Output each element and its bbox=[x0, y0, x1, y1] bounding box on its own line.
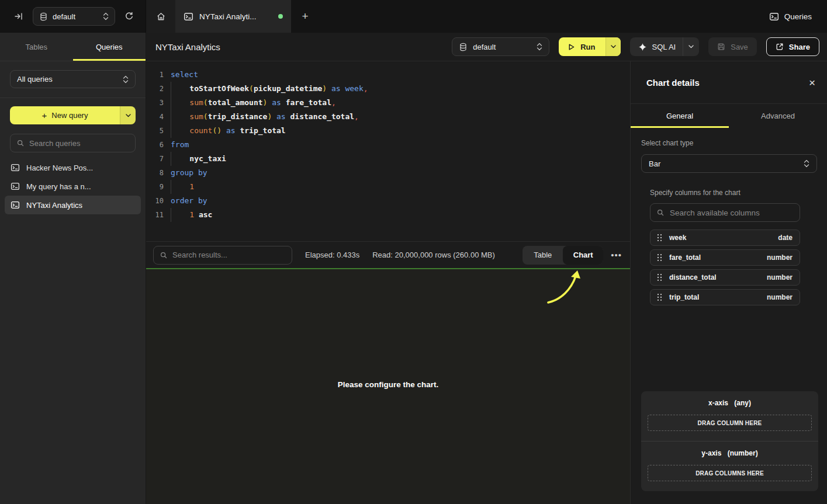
rows-read-stat: Read: 20,000,000 rows (260.00 MB) bbox=[372, 251, 495, 259]
query-item-label: My query has a n... bbox=[26, 182, 91, 191]
query-terminal-icon bbox=[184, 12, 193, 22]
code-line: from bbox=[171, 138, 630, 152]
code-line: toStartOfWeek(pickup_datetime) as week, bbox=[171, 82, 630, 96]
column-row[interactable]: fare_totalnumber bbox=[650, 249, 800, 266]
home-tab[interactable] bbox=[146, 0, 175, 33]
column-row[interactable]: weekdate bbox=[650, 230, 800, 246]
more-options-icon[interactable]: ••• bbox=[611, 250, 622, 260]
sql-ai-button[interactable]: SQL AI bbox=[630, 43, 683, 51]
columns-section-label: Specify columns for the chart bbox=[650, 189, 800, 197]
chevron-updown-icon bbox=[537, 43, 542, 51]
code-line: nyc_taxi bbox=[171, 152, 630, 166]
query-filter-section: All queries bbox=[0, 61, 146, 98]
query-filter-value: All queries bbox=[17, 75, 123, 84]
sql-ai-label: SQL AI bbox=[652, 43, 676, 51]
save-button[interactable]: Save bbox=[708, 37, 757, 56]
database-selector-value: default bbox=[53, 12, 98, 21]
y-axis-drop-zone[interactable]: DRAG COLUMNS HERE bbox=[648, 465, 812, 481]
x-axis-hint: (any) bbox=[734, 399, 751, 407]
tab-nytaxi-analytics[interactable]: NYTaxi Analyti... bbox=[175, 0, 291, 33]
query-terminal-icon bbox=[11, 182, 20, 191]
save-icon bbox=[717, 43, 725, 51]
y-axis-hint: (number) bbox=[728, 449, 758, 457]
chart-type-select[interactable]: Bar bbox=[641, 154, 817, 173]
database-selector[interactable]: default bbox=[33, 7, 115, 26]
sql-ai-dropdown[interactable] bbox=[683, 37, 699, 56]
queries-button[interactable]: Queries bbox=[769, 12, 812, 22]
chevron-updown-icon bbox=[804, 159, 809, 168]
query-terminal-icon bbox=[11, 200, 20, 210]
share-button[interactable]: Share bbox=[766, 37, 819, 56]
query-list-item[interactable]: NYTaxi Analytics bbox=[5, 196, 141, 214]
view-toggle-table[interactable]: Table bbox=[523, 246, 563, 265]
collapse-sidebar-icon[interactable] bbox=[11, 8, 27, 25]
run-button-label: Run bbox=[580, 43, 595, 51]
new-tab-button[interactable]: + bbox=[291, 0, 319, 33]
query-list-item[interactable]: Hacker News Pos... bbox=[5, 158, 141, 177]
plus-icon: + bbox=[42, 110, 47, 120]
top-bar-right: Queries bbox=[769, 0, 827, 33]
elapsed-time: Elapsed: 0.433s bbox=[305, 251, 359, 259]
columns-search-input[interactable]: Search available columns bbox=[650, 203, 800, 222]
sql-ai-button-group: SQL AI bbox=[630, 37, 700, 56]
close-icon[interactable]: × bbox=[809, 77, 815, 88]
tab-tables[interactable]: Tables bbox=[0, 33, 73, 61]
tab-general[interactable]: General bbox=[631, 104, 729, 128]
column-row[interactable]: distance_totalnumber bbox=[650, 269, 800, 286]
panel-title: Chart details bbox=[646, 78, 700, 88]
line-number-gutter: 1234567891011 bbox=[146, 68, 164, 241]
new-query-button[interactable]: + New query bbox=[10, 106, 136, 124]
sql-code: select toStartOfWeek(pickup_datetime) as… bbox=[164, 68, 630, 241]
code-line: select bbox=[171, 68, 630, 82]
column-row[interactable]: trip_totalnumber bbox=[650, 289, 800, 305]
query-terminal-icon bbox=[11, 163, 20, 172]
refresh-icon[interactable] bbox=[121, 8, 137, 25]
content-header: NYTaxi Analytics default Run bbox=[146, 33, 827, 61]
database-icon bbox=[39, 12, 48, 21]
drag-handle-icon bbox=[657, 273, 662, 281]
column-type: number bbox=[767, 253, 793, 262]
tab-queries[interactable]: Queries bbox=[73, 33, 146, 61]
tab-label: NYTaxi Analyti... bbox=[199, 12, 272, 21]
share-button-label: Share bbox=[789, 43, 810, 51]
columns-section: Specify columns for the chart Search ava… bbox=[631, 173, 800, 305]
code-line: group by bbox=[171, 166, 630, 180]
unsaved-changes-dot bbox=[278, 14, 283, 19]
sql-console-app: default NYTaxi Analyti... + bbox=[0, 0, 827, 504]
sidebar-tabs: Tables Queries bbox=[0, 33, 146, 61]
chart-area: Please configure the chart. bbox=[146, 269, 630, 504]
query-filter-select[interactable]: All queries bbox=[10, 70, 136, 88]
chart-type-section: Select chart type Bar bbox=[631, 128, 827, 173]
chart-type-value: Bar bbox=[649, 159, 804, 168]
share-icon bbox=[776, 43, 784, 51]
run-options-dropdown[interactable] bbox=[605, 37, 621, 56]
play-icon bbox=[568, 43, 575, 51]
new-query-section: + New query bbox=[0, 98, 146, 126]
search-icon bbox=[160, 251, 168, 259]
run-button-group: Run bbox=[559, 37, 620, 56]
view-toggle-chart[interactable]: Chart bbox=[563, 246, 603, 265]
column-name: week bbox=[669, 234, 686, 242]
column-name: distance_total bbox=[669, 273, 717, 281]
query-list-item[interactable]: My query has a n... bbox=[5, 177, 141, 196]
query-item-label: NYTaxi Analytics bbox=[26, 201, 82, 210]
chevron-updown-icon bbox=[103, 12, 109, 20]
panel-header: Chart details × bbox=[631, 61, 827, 104]
results-search-input[interactable]: Search results... bbox=[153, 246, 292, 265]
query-list: Hacker News Pos...My query has a n...NYT… bbox=[0, 158, 146, 214]
sql-editor[interactable]: 1234567891011 select toStartOfWeek(picku… bbox=[146, 61, 630, 241]
x-axis-section: x-axis (any) DRAG COLUMN HERE bbox=[641, 391, 818, 441]
new-query-main[interactable]: + New query bbox=[10, 106, 120, 124]
query-terminal-icon bbox=[769, 12, 779, 22]
x-axis-drop-zone[interactable]: DRAG COLUMN HERE bbox=[648, 415, 812, 431]
query-search-input[interactable]: Search queries bbox=[10, 134, 136, 152]
new-query-dropdown[interactable] bbox=[120, 106, 136, 124]
code-line: sum(trip_distance) as distance_total, bbox=[171, 110, 630, 124]
results-toolbar: Search results... Elapsed: 0.433s Read: … bbox=[146, 241, 630, 268]
y-axis-section: y-axis (number) DRAG COLUMNS HERE bbox=[641, 441, 818, 491]
column-type: date bbox=[778, 234, 793, 242]
header-database-value: default bbox=[473, 43, 531, 51]
header-database-selector[interactable]: default bbox=[452, 37, 549, 56]
run-button[interactable]: Run bbox=[559, 37, 605, 56]
tab-advanced[interactable]: Advanced bbox=[729, 104, 827, 128]
